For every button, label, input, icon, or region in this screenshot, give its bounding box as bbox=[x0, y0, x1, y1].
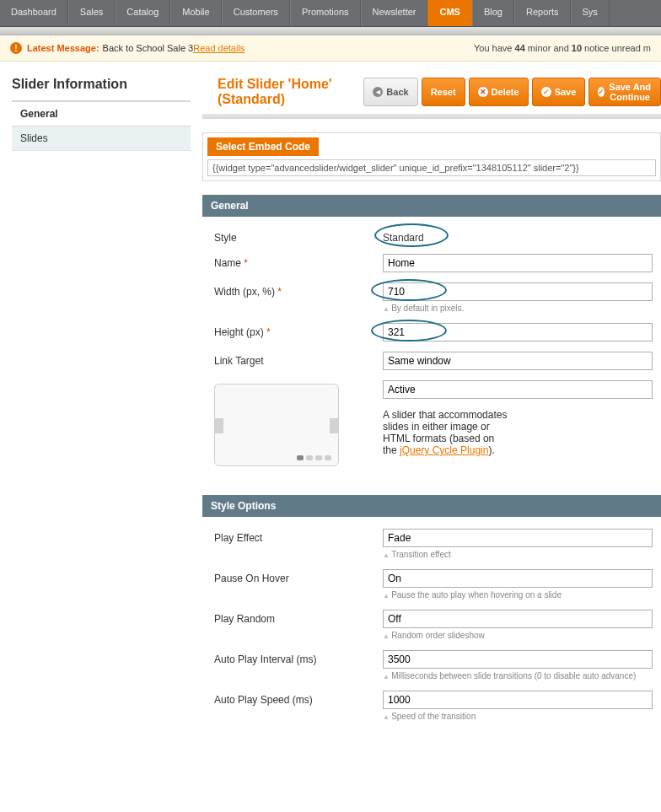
auto-play-interval-label: Auto Play Interval (ms) bbox=[214, 650, 383, 665]
select-embed-code-button[interactable]: Select Embed Code bbox=[207, 137, 319, 156]
style-options-panel: Style Options Play Effect Fade Transitio… bbox=[202, 495, 661, 733]
message-bar: ! Latest Message: Back to School Sale 3 … bbox=[0, 35, 661, 62]
latest-message-text: Back to School Sale 3 bbox=[103, 43, 194, 53]
auto-play-speed-input[interactable] bbox=[383, 691, 653, 709]
top-nav: DashboardSalesCatalogMobileCustomersProm… bbox=[0, 0, 661, 27]
play-effect-hint: Transition effect bbox=[383, 550, 653, 559]
warning-icon: ! bbox=[10, 42, 22, 54]
style-label: Style bbox=[214, 229, 383, 244]
play-random-hint: Random order slideshow bbox=[383, 631, 653, 640]
link-target-label: Link Target bbox=[214, 352, 383, 367]
nav-item-mobile[interactable]: Mobile bbox=[170, 0, 221, 26]
check-icon: ✓ bbox=[598, 87, 605, 97]
auto-play-interval-hint: Milliseconds between slide transitions (… bbox=[383, 671, 653, 680]
slider-preview bbox=[214, 384, 339, 466]
read-details-link[interactable]: Read details bbox=[193, 43, 245, 53]
name-label: Name bbox=[214, 257, 241, 269]
sidebar-title: Slider Information bbox=[12, 77, 191, 92]
nav-item-cms[interactable]: CMS bbox=[427, 0, 471, 26]
sidebar-tabs: GeneralSlides bbox=[12, 100, 191, 151]
embed-code-input[interactable] bbox=[207, 159, 656, 176]
nav-item-dashboard[interactable]: Dashboard bbox=[0, 0, 68, 26]
height-input[interactable] bbox=[383, 323, 653, 341]
auto-play-speed-hint: Speed of the transition bbox=[383, 712, 653, 721]
delete-button[interactable]: ✕Delete bbox=[469, 78, 529, 106]
play-random-label: Play Random bbox=[214, 610, 383, 625]
pause-on-hover-select[interactable]: On bbox=[383, 569, 653, 588]
width-hint: By default in pixels. bbox=[383, 304, 653, 313]
nav-item-customers[interactable]: Customers bbox=[222, 0, 290, 26]
general-panel: General Style Standard Name * Width (px,… bbox=[202, 195, 661, 480]
delete-icon: ✕ bbox=[478, 87, 488, 97]
style-value: Standard bbox=[383, 229, 424, 244]
auto-play-speed-label: Auto Play Speed (ms) bbox=[214, 691, 383, 706]
nav-shadow bbox=[0, 27, 661, 35]
width-input[interactable] bbox=[383, 282, 653, 301]
play-random-select[interactable]: Off bbox=[383, 610, 653, 628]
back-button[interactable]: ◄Back bbox=[363, 78, 417, 106]
description-text: A slider that accommodates slides in eit… bbox=[383, 409, 507, 456]
back-icon: ◄ bbox=[373, 87, 383, 97]
jquery-cycle-link[interactable]: jQuery Cycle Plugin bbox=[400, 444, 488, 456]
width-label: Width (px, %) bbox=[214, 286, 275, 298]
next-arrow-icon bbox=[330, 418, 338, 433]
name-input[interactable] bbox=[383, 254, 653, 272]
save-button[interactable]: ✓Save bbox=[532, 78, 586, 106]
unread-summary: You have 44 minor and 10 notice unread m bbox=[474, 43, 651, 53]
pause-on-hover-label: Pause On Hover bbox=[214, 569, 383, 584]
sidebar-tab-general[interactable]: General bbox=[12, 101, 191, 126]
status-select[interactable]: Active bbox=[383, 380, 653, 399]
main-content: Edit Slider 'Home' (Standard) ◄Back Rese… bbox=[202, 62, 661, 748]
general-panel-header: General bbox=[202, 195, 661, 217]
nav-item-sys[interactable]: Sys bbox=[571, 0, 610, 26]
nav-item-reports[interactable]: Reports bbox=[514, 0, 571, 26]
embed-panel: Select Embed Code bbox=[202, 132, 661, 181]
link-target-select[interactable]: Same window bbox=[383, 352, 653, 370]
pause-on-hover-hint: Pause the auto play when hovering on a s… bbox=[383, 590, 653, 600]
nav-item-sales[interactable]: Sales bbox=[68, 0, 116, 26]
play-effect-select[interactable]: Fade bbox=[383, 529, 653, 547]
reset-button[interactable]: Reset bbox=[422, 78, 465, 106]
nav-item-blog[interactable]: Blog bbox=[472, 0, 514, 26]
check-icon: ✓ bbox=[541, 87, 551, 97]
style-options-header: Style Options bbox=[202, 495, 661, 517]
header-divider bbox=[202, 114, 661, 119]
latest-message-label: Latest Message: bbox=[27, 43, 99, 53]
prev-arrow-icon bbox=[215, 418, 223, 433]
pager-dots bbox=[297, 455, 331, 460]
nav-item-promotions[interactable]: Promotions bbox=[290, 0, 361, 26]
nav-item-catalog[interactable]: Catalog bbox=[115, 0, 170, 26]
save-continue-button[interactable]: ✓Save And Continue bbox=[588, 78, 661, 106]
height-label: Height (px) bbox=[214, 326, 264, 338]
play-effect-label: Play Effect bbox=[214, 529, 383, 544]
auto-play-interval-input[interactable] bbox=[383, 650, 653, 669]
sidebar: Slider Information GeneralSlides bbox=[0, 62, 202, 748]
nav-item-newsletter[interactable]: Newsletter bbox=[361, 0, 428, 26]
sidebar-tab-slides[interactable]: Slides bbox=[12, 126, 191, 151]
page-title: Edit Slider 'Home' (Standard) bbox=[202, 77, 363, 107]
